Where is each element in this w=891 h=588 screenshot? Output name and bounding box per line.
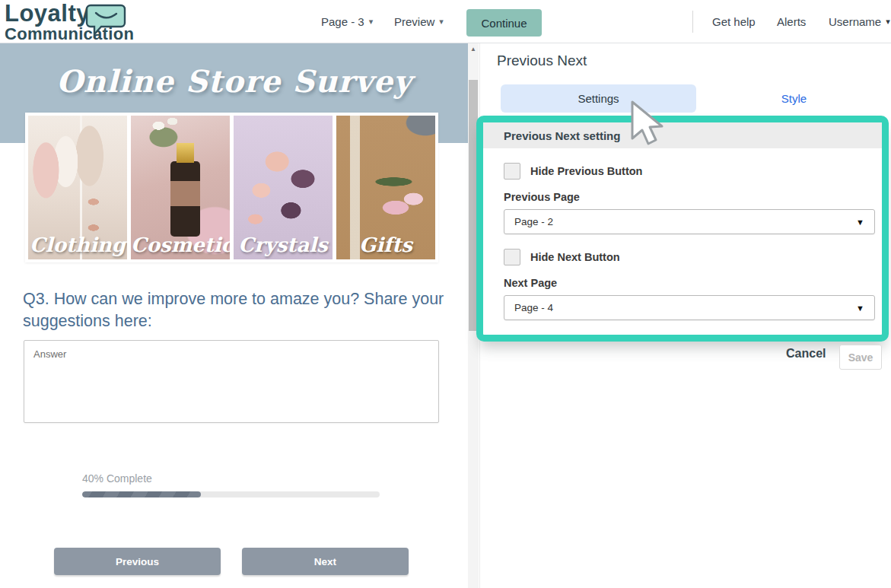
panel-title: Previous Next [497,52,587,69]
answer-textarea[interactable] [24,340,439,423]
scroll-up-arrow-icon[interactable]: ▲ [468,46,479,52]
caret-down-icon: ▾ [369,17,374,27]
get-help-link[interactable]: Get help [712,0,756,43]
hide-next-checkbox[interactable] [504,249,520,265]
survey-preview-panel: Online Store Survey Clothing Cosmetics C… [0,43,468,588]
category-image-card: Clothing Cosmetics Crystals Gifts [25,113,438,262]
section-header: Previous Next setting [483,122,882,148]
hide-next-label: Hide Next Button [530,251,620,263]
category-photo-gifts: Gifts [336,116,435,259]
username-menu[interactable]: Username ▾ [829,0,890,43]
category-label: Cosmetics [131,234,230,256]
save-button[interactable]: Save [839,345,882,370]
previous-page-value: Page - 2 [514,216,553,227]
progress-bar [82,491,380,497]
tab-settings[interactable]: Settings [501,84,696,113]
category-label: Gifts [336,234,435,256]
next-page-value: Page - 4 [514,302,553,313]
next-page-select[interactable]: Page - 4 ▼ [504,295,875,320]
category-photo-crystals: Crystals [234,116,333,259]
preview-dropdown[interactable]: Preview ▾ [394,0,444,43]
hide-previous-label: Hide Previous Button [530,165,642,177]
survey-question-text: Q3. How can we improve more to amaze you… [23,288,446,332]
previous-page-select[interactable]: Page - 2 ▼ [504,209,875,234]
caret-down-icon: ▾ [439,17,444,27]
tab-style[interactable]: Style [696,84,891,113]
page-select-dropdown[interactable]: Page - 3 ▾ [321,0,373,43]
survey-title: Online Store Survey [0,63,468,99]
progress-label: 40% Complete [82,472,152,485]
section-content: Hide Previous Button Previous Page Page … [483,163,882,320]
category-photo-clothing: Clothing [28,116,127,259]
speech-bubble-icon [85,3,128,38]
category-photo-cosmetics: Cosmetics [131,116,230,259]
page-select-label: Page - 3 [321,15,364,28]
hide-previous-checkbox[interactable] [504,163,520,180]
category-label: Clothing [28,234,127,256]
survey-previous-button[interactable]: Previous [54,548,221,575]
continue-button[interactable]: Continue [466,9,542,37]
survey-next-button[interactable]: Next [242,548,409,575]
next-page-label: Next Page [504,277,875,289]
hide-next-row[interactable]: Hide Next Button [504,249,875,265]
username-label: Username [829,15,881,28]
caret-down-icon: ▾ [886,17,890,27]
dropdown-arrow-icon: ▼ [856,304,864,313]
top-navbar: Loyalty Communication Page - 3 ▾ Preview… [0,0,891,43]
hide-previous-row[interactable]: Hide Previous Button [504,163,875,180]
previous-next-setting-box: Previous Next setting Hide Previous Butt… [476,116,889,342]
preview-label: Preview [394,15,434,28]
progress-fill [82,491,201,497]
navbar-divider [692,11,693,33]
cancel-button[interactable]: Cancel [786,347,826,361]
dropdown-arrow-icon: ▼ [856,218,864,227]
category-label: Crystals [234,234,333,256]
alerts-link[interactable]: Alerts [777,0,806,43]
previous-page-label: Previous Page [504,191,875,203]
app-root: Loyalty Communication Page - 3 ▾ Preview… [0,0,891,588]
